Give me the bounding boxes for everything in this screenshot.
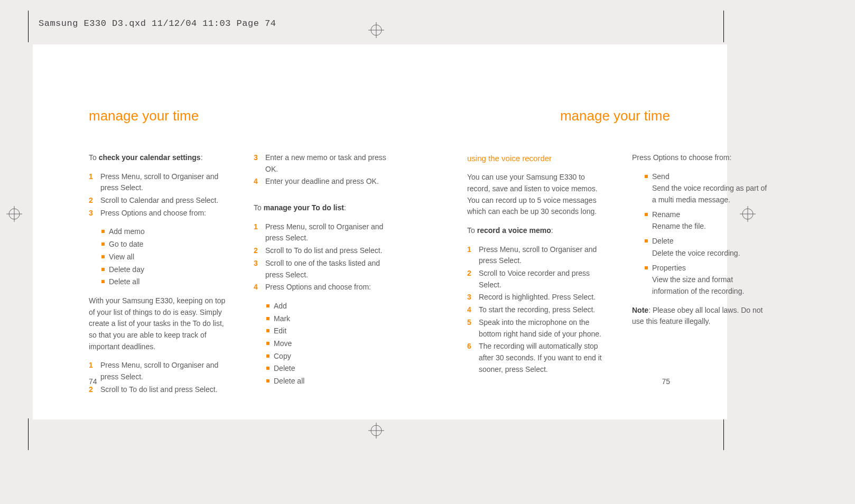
column-4: Press Options to choose from: Send Send …	[632, 152, 769, 403]
bullet-desc: Rename the file.	[652, 221, 769, 232]
step-number: 1	[467, 244, 473, 267]
step-text: Scroll to Voice recorder and press Selec…	[479, 268, 605, 291]
text: :	[201, 153, 203, 162]
step-text: Enter your deadline and press OK.	[265, 176, 379, 188]
step-text: Scroll to one of the tasks listed and pr…	[265, 258, 391, 281]
text: To	[254, 203, 264, 212]
ordered-list: 1Press Menu, scroll to Organiser and pre…	[254, 221, 391, 293]
section-title: using the voice recorder	[467, 152, 605, 164]
ordered-list: 1Press Menu, scroll to Organiser and pre…	[89, 171, 226, 219]
step-text: Scroll to Calendar and press Select.	[100, 195, 218, 207]
bullet-title: Rename	[652, 210, 680, 219]
step-number: 4	[467, 304, 473, 316]
bullet-item: Delete day	[101, 264, 226, 276]
step-text: The recording will automatically stop af…	[479, 341, 605, 375]
step-text: Press Options and choose from:	[100, 208, 206, 219]
trim-mark	[28, 11, 29, 42]
note-paragraph: Note: Please obey all local laws. Do not…	[632, 305, 769, 328]
text-bold: check your calendar settings	[99, 153, 201, 162]
bullet-list: Add memo Go to date View all Delete day …	[101, 226, 226, 287]
page-title-left: manage your time	[89, 108, 199, 124]
bullet-item: Edit	[266, 325, 391, 337]
step-text: Record is highlighted. Press Select.	[479, 292, 596, 303]
registration-mark-icon	[368, 423, 384, 438]
step-number: 3	[254, 152, 260, 175]
step-number: 6	[467, 341, 473, 375]
bullet-item: Mark	[266, 313, 391, 325]
text-bold: record a voice memo	[477, 226, 551, 235]
bullet-item: Send Send the voice recording as part of…	[645, 171, 769, 206]
note-body: : Please obey all local laws. Do not use…	[632, 306, 763, 326]
step-number: 4	[254, 176, 260, 188]
ordered-list: 1Press Menu, scroll to Organiser and pre…	[467, 244, 605, 376]
step-text: Speak into the microphone on the bottom …	[479, 317, 605, 340]
bullet-item: Go to date	[101, 239, 226, 250]
text-bold: manage your To do list	[264, 203, 344, 212]
text: To	[89, 153, 99, 162]
column-1: To check your calendar settings: 1Press …	[89, 152, 226, 403]
step-number: 2	[254, 245, 260, 257]
step-number: 5	[467, 317, 473, 340]
step-number: 4	[254, 282, 260, 293]
bullet-desc: Delete the voice recording.	[652, 248, 769, 259]
intro-line: To record a voice memo:	[467, 225, 605, 237]
step-number: 2	[89, 195, 95, 207]
step-number: 3	[89, 208, 95, 219]
trim-mark	[723, 11, 724, 42]
step-number: 3	[254, 258, 260, 281]
column-3: using the voice recorder You can use you…	[467, 152, 605, 403]
bullet-item: Delete	[266, 363, 391, 375]
body-columns: To check your calendar settings: 1Press …	[89, 152, 739, 403]
bullet-item: Add	[266, 301, 391, 312]
step-number: 1	[89, 171, 95, 194]
print-slug: Samsung E330 D3.qxd 11/12/04 11:03 Page …	[39, 18, 276, 29]
step-text: Press Menu, scroll to Organiser and pres…	[479, 244, 605, 267]
intro-line: Press Options to choose from:	[632, 152, 769, 164]
step-text: Scroll to To do list and press Select.	[100, 384, 218, 396]
trim-mark	[28, 418, 29, 450]
step-text: To start the recording, press Select.	[479, 304, 595, 316]
trim-mark	[723, 418, 724, 450]
paragraph: With your Samsung E330, keeping on top o…	[89, 295, 226, 352]
bullet-item: Delete all	[266, 376, 391, 387]
intro-line: To manage your To do list:	[254, 202, 391, 214]
registration-mark-icon	[368, 22, 384, 38]
note-label: Note	[632, 306, 648, 314]
registration-mark-icon	[6, 206, 22, 222]
bullet-list: Send Send the voice recording as part of…	[645, 171, 769, 297]
column-2: 3Enter a new memo or task and press OK. …	[254, 152, 391, 403]
step-text: Press Menu, scroll to Organiser and pres…	[265, 221, 391, 244]
page-spread: manage your time manage your time To che…	[33, 44, 727, 419]
bullet-title: Send	[652, 172, 670, 181]
bullet-item: Delete all	[101, 276, 226, 288]
step-number: 2	[467, 268, 473, 291]
step-text: Enter a new memo or task and press OK.	[265, 152, 391, 175]
paragraph: You can use your Samsung E330 to record,…	[467, 172, 605, 218]
page-title-right: manage your time	[560, 108, 670, 124]
text: :	[344, 203, 346, 212]
bullet-item: Properties View the size and format info…	[645, 263, 769, 297]
gutter	[419, 152, 440, 403]
bullet-item: Rename Rename the file.	[645, 209, 769, 232]
page-number-left: 74	[89, 377, 97, 386]
text: :	[551, 226, 553, 235]
bullet-item: Add memo	[101, 226, 226, 238]
text: To	[467, 226, 477, 235]
bullet-title: Properties	[652, 264, 686, 272]
ordered-list: 1Press Menu, scroll to Organiser and pre…	[89, 360, 226, 395]
bullet-item: Move	[266, 338, 391, 350]
step-text: Press Menu, scroll to Organiser and pres…	[100, 171, 226, 194]
step-text: Press Options and choose from:	[265, 282, 371, 293]
page-number-right: 75	[662, 377, 670, 386]
step-number: 1	[254, 221, 260, 244]
step-number: 3	[467, 292, 473, 303]
step-text: Press Menu, scroll to Organiser and pres…	[100, 360, 226, 382]
bullet-item: Copy	[266, 351, 391, 362]
step-text: Scroll to To do list and press Select.	[265, 245, 383, 257]
bullet-item: Delete Delete the voice recording.	[645, 236, 769, 259]
bullet-list: Add Mark Edit Move Copy Delete Delete al…	[266, 301, 391, 387]
bullet-desc: View the size and format information of …	[652, 274, 769, 297]
bullet-title: Delete	[652, 237, 673, 245]
bullet-desc: Send the voice recording as part of a mu…	[652, 183, 769, 206]
bullet-item: View all	[101, 251, 226, 263]
